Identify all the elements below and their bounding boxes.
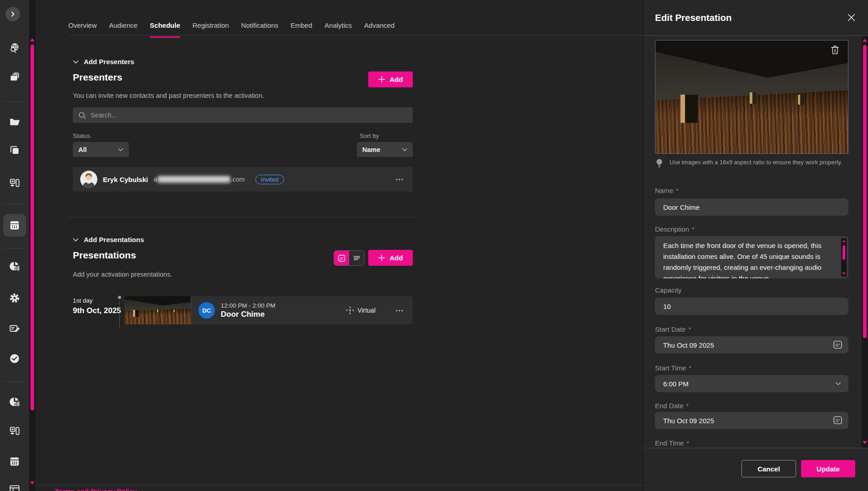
- sidebar-item-settings[interactable]: [8, 292, 21, 304]
- sidebar-divider: [3, 203, 26, 204]
- list-view-button[interactable]: [349, 251, 364, 265]
- required-marker: *: [676, 187, 678, 194]
- sidebar-item-schedule-active[interactable]: [3, 214, 26, 237]
- scroll-down-arrow[interactable]: [863, 441, 867, 444]
- sidebar: [0, 0, 29, 491]
- sidebar-item-discover[interactable]: [8, 42, 21, 55]
- presenter-row[interactable]: Eryk Cybulski a .com Invited: [73, 167, 413, 192]
- presenters-title: Presenters: [73, 72, 122, 83]
- sidebar-item-collections[interactable]: [8, 71, 21, 84]
- add-presenters-collapse[interactable]: Add Presenters: [73, 58, 134, 66]
- end-date-label: End Date*: [655, 402, 848, 410]
- presenter-avatar: [80, 171, 97, 188]
- sidebar-item-files[interactable]: [8, 116, 21, 128]
- scroll-up-arrow[interactable]: [863, 39, 867, 42]
- calendar-picker-icon[interactable]: [833, 340, 843, 349]
- terms-privacy-link[interactable]: Terms and Privacy Policy: [55, 487, 137, 491]
- start-date-label: Start Date*: [655, 325, 848, 333]
- sidebar-item-pages[interactable]: [8, 483, 21, 491]
- start-date-field[interactable]: [655, 336, 848, 354]
- panel-title: Edit Presentation: [655, 12, 732, 23]
- sidebar-item-reports[interactable]: [8, 395, 21, 408]
- panel-scrollbar[interactable]: [862, 36, 868, 448]
- search-input[interactable]: [91, 111, 407, 119]
- chevron-right-icon: [10, 11, 15, 17]
- status-filter-label: Status: [73, 132, 90, 139]
- description-field[interactable]: Each time the front door of the venue is…: [655, 236, 848, 278]
- calendar-grid-view-button[interactable]: [334, 251, 349, 265]
- device-layout-icon: [9, 177, 20, 189]
- status-filter-select[interactable]: All: [73, 142, 129, 157]
- add-presenter-button[interactable]: Add: [368, 71, 413, 87]
- redacted-email-block: [157, 176, 230, 183]
- sidebar-item-registration[interactable]: [8, 322, 21, 335]
- start-time-label: Start Time*: [655, 364, 848, 372]
- plus-icon: [378, 76, 385, 83]
- timeline-dot: [118, 296, 121, 299]
- main-content: Overview Audience Schedule Registration …: [36, 0, 643, 491]
- pie-chart-icon: [9, 396, 20, 408]
- app-window: { "colors": { "accent": "#EE0D8C", "invi…: [0, 0, 868, 491]
- edit-presentation-panel: Edit Presentation Use images with a 16x9…: [643, 0, 868, 491]
- timeline-day-label: 1st day: [73, 297, 93, 304]
- cancel-button[interactable]: Cancel: [741, 460, 796, 477]
- presentation-more-options-icon[interactable]: [393, 307, 406, 314]
- sort-by-select[interactable]: Name: [357, 142, 413, 157]
- section-divider: [67, 217, 418, 218]
- start-time-field[interactable]: [655, 375, 848, 392]
- chevron-down-icon: [73, 60, 79, 64]
- main-scrollbar[interactable]: [29, 0, 36, 491]
- globe-search-icon: [9, 42, 20, 54]
- calendar-icon: [9, 219, 20, 231]
- sidebar-item-spaces[interactable]: [8, 177, 21, 189]
- sidebar-item-events[interactable]: [8, 455, 21, 468]
- presentations-description: Add your activation presentations.: [73, 271, 172, 278]
- presentations-title: Presentations: [73, 250, 136, 261]
- calendar-grid-icon: [338, 254, 345, 262]
- capacity-label: Capacity: [655, 286, 848, 294]
- sidebar-item-tasks[interactable]: [8, 352, 21, 365]
- end-date-field[interactable]: [655, 412, 848, 429]
- add-presentation-button[interactable]: Add: [368, 250, 413, 266]
- gear-icon: [9, 292, 20, 304]
- close-icon[interactable]: [848, 14, 855, 21]
- scrollbar-thumb[interactable]: [863, 45, 867, 338]
- scrollbar-thumb[interactable]: [30, 45, 34, 410]
- presentation-location: Virtual: [346, 306, 376, 314]
- timeline-date-label: 9th Oct, 2025: [73, 306, 121, 315]
- sidebar-item-analytics[interactable]: [8, 260, 21, 273]
- browser-card-icon: [9, 484, 20, 491]
- update-button[interactable]: Update: [801, 460, 855, 477]
- presenter-search: [73, 107, 413, 123]
- name-field[interactable]: [655, 198, 848, 216]
- sidebar-divider: [3, 101, 26, 102]
- presentation-initials-avatar: DC: [198, 302, 215, 319]
- lightbulb-icon: [655, 158, 664, 170]
- delete-image-icon[interactable]: [830, 45, 840, 55]
- presenter-more-options-icon[interactable]: [393, 176, 406, 183]
- timeline-line: [119, 301, 120, 327]
- scroll-down-arrow[interactable]: [30, 481, 35, 485]
- required-marker: *: [689, 364, 691, 372]
- copy-pages-icon: [9, 144, 20, 156]
- required-marker: *: [692, 226, 694, 233]
- check-circle-icon: [9, 353, 20, 364]
- sidebar-item-media[interactable]: [8, 425, 21, 437]
- presentation-thumbnail: [124, 296, 191, 324]
- sidebar-item-templates[interactable]: [8, 144, 21, 157]
- capacity-field[interactable]: [655, 298, 848, 315]
- add-presentations-collapse[interactable]: Add Presentations: [73, 236, 144, 243]
- chevron-down-icon[interactable]: [835, 382, 841, 385]
- panel-header: Edit Presentation: [644, 0, 868, 35]
- end-time-label: End Time*: [655, 439, 848, 447]
- sidebar-expand-button[interactable]: [5, 7, 20, 21]
- calendar-picker-icon[interactable]: [833, 415, 843, 425]
- pie-chart-icon: [9, 260, 20, 272]
- presentation-card[interactable]: DC 12:00 PM - 2:00 PM Door Chime Virtual: [124, 296, 413, 324]
- search-icon: [78, 111, 86, 119]
- plus-icon: [378, 254, 385, 261]
- required-marker: *: [686, 402, 689, 410]
- scroll-up-arrow[interactable]: [30, 38, 35, 41]
- chevron-down-icon: [402, 148, 407, 152]
- description-scrollbar[interactable]: [841, 238, 847, 277]
